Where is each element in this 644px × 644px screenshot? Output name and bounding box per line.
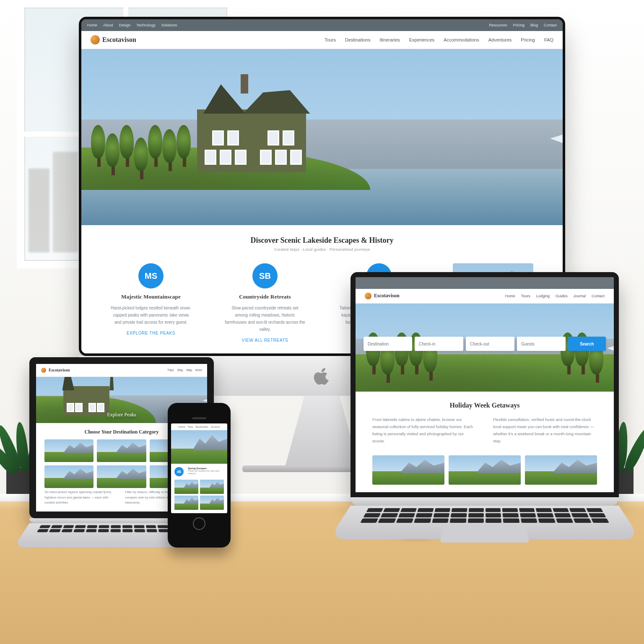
brand-name: Escotavison [374,293,400,299]
nav-item[interactable]: Account [211,426,220,428]
gallery-thumb[interactable] [174,480,198,494]
section-subtitle: Curated stays · Local guides · Personali… [111,247,533,252]
feature-link[interactable]: EXPLORE THE PEAKS [111,331,191,335]
nav-item[interactable]: Guides [556,294,568,298]
nav-item[interactable]: Itineraries [379,37,400,42]
nav-item[interactable]: Home [179,426,185,428]
browser-tab[interactable]: Technology [137,23,156,27]
feature-title: Countryside Retreats [225,293,305,300]
browser-tab-strip: Home About Design Technology Solutions R… [81,19,563,31]
feature-text: Hand-picked lodges nestled beneath snow-… [111,304,191,326]
feature-card: SB Countryside Retreats Slow-paced count… [225,263,305,343]
logo-mark-icon [365,293,371,299]
phone-site: Home Trips Bookmarks Account 45 Spring E… [171,423,227,513]
browser-tab[interactable]: Pricing [513,23,525,27]
logo-mark-icon [91,35,100,44]
feature-badge-icon: SB [252,263,278,288]
laptop-heading: Holiday Week Getaways [372,402,597,409]
browser-tab[interactable]: Solutions [161,23,177,27]
laptop-hero: Destination Check-in Check-out Guests Se… [356,304,614,392]
laptop-gallery [356,453,614,492]
device-iphone: Home Trips Bookmarks Account 45 Spring E… [168,403,231,548]
phone-home-button[interactable] [193,517,205,530]
nav-item[interactable]: Accommodations [444,37,479,42]
gallery-thumb[interactable] [97,439,146,462]
browser-chrome [356,277,614,289]
browser-tab[interactable]: Resources [489,23,507,27]
nav-item[interactable]: Tours [325,37,336,42]
gallery-thumb[interactable] [449,455,521,485]
nav-item[interactable]: Contact [592,294,605,298]
browser-tab[interactable]: Home [87,23,97,27]
nav-item[interactable]: Tours [521,294,530,298]
nav-item[interactable]: Experiences [409,37,435,42]
site-header: Escotavison Tours Destinations Itinerari… [81,31,563,49]
gallery-thumb[interactable] [44,439,93,462]
gallery-thumb[interactable] [372,455,444,485]
feature-badge-icon: MS [138,263,164,288]
site-logo[interactable]: Escotavison [365,293,400,299]
body-copy: Flexible cancellation, verified hosts an… [493,416,597,444]
brand-name: Escotavison [49,368,70,372]
phone-gallery [171,480,227,513]
feature-title: Majestic Mountainscape [111,293,191,300]
svg-rect-0 [29,169,49,252]
gallery-thumb[interactable] [44,465,93,488]
feature-text: Fresh-air breaks for the new season [188,470,224,475]
nav-item[interactable]: Trips [167,369,174,371]
nav-item[interactable]: Trips [188,426,193,428]
search-checkout-input[interactable]: Check-out [466,337,514,351]
gallery-thumb[interactable] [200,496,224,510]
nav-item[interactable]: Journal [573,294,586,298]
laptop-body: Holiday Week Getaways From lakeside cabi… [356,392,614,453]
primary-nav: Tours Destinations Itineraries Experienc… [325,37,553,42]
phone-hero [171,430,227,464]
browser-tab[interactable]: Blog [530,23,538,27]
section-title: Discover Scenic Lakeside Escapes & Histo… [111,236,533,245]
nav-item[interactable]: Bookmarks [196,426,208,428]
search-checkin-input[interactable]: Check-in [415,337,463,351]
site-header: Escotavison Home Tours Lodging Guides Jo… [356,289,614,304]
phone-speaker [192,417,206,419]
gallery-thumb[interactable] [174,496,198,510]
device-macbook: Escotavison Home Tours Lodging Guides Jo… [351,272,619,556]
site-header: Escotavison Trips Stay Map More [36,364,207,377]
nav-item[interactable]: Map [186,369,192,371]
primary-nav: Trips Stay Map More [167,369,202,371]
phone-nav: Home Trips Bookmarks Account [171,423,227,430]
primary-nav: Home Tours Lodging Guides Journal Contac… [505,294,605,298]
gallery-thumb[interactable] [200,480,224,494]
search-guests-input[interactable]: Guests [517,337,566,351]
logo-mark-icon [41,368,46,373]
feature-badge-icon: 45 [174,467,184,476]
hero-search-bar: Destination Check-in Check-out Guests Se… [364,337,606,351]
hero-house [197,109,306,172]
nav-item[interactable]: Stay [177,369,183,371]
macbook-keyboard [329,506,641,539]
feature-link[interactable]: VIEW ALL RETREATS [225,338,305,343]
browser-tab[interactable]: About [103,23,113,27]
search-destination-input[interactable]: Destination [364,337,412,351]
nav-item[interactable]: Adventures [488,37,512,42]
body-copy: From lakeside cabins to alpine chalets, … [372,416,476,444]
site-logo[interactable]: Escotavison [41,368,70,373]
browser-tab[interactable]: Design [119,23,131,27]
svg-rect-1 [53,152,78,252]
nav-item[interactable]: Destinations [345,37,371,42]
apple-logo-icon [313,367,331,385]
feature-text: Slow-paced countryside retreats set amon… [225,304,305,333]
site-logo[interactable]: Escotavison [91,35,136,44]
nav-item[interactable]: Home [505,294,515,298]
browser-tab[interactable]: Contact [544,23,557,27]
nav-item[interactable]: More [195,369,202,371]
nav-item[interactable]: FAQ [544,37,553,42]
body-copy: Six hand-picked regions spanning coastal… [44,490,118,506]
nav-item[interactable]: Lodging [536,294,550,298]
brand-name: Escotavison [102,36,136,44]
gallery-thumb[interactable] [97,465,146,488]
laptop-site: Escotavison Home Tours Lodging Guides Jo… [356,277,614,492]
search-button[interactable]: Search [568,337,606,351]
hero-image [81,49,563,225]
gallery-thumb[interactable] [525,455,597,485]
nav-item[interactable]: Pricing [521,37,535,42]
